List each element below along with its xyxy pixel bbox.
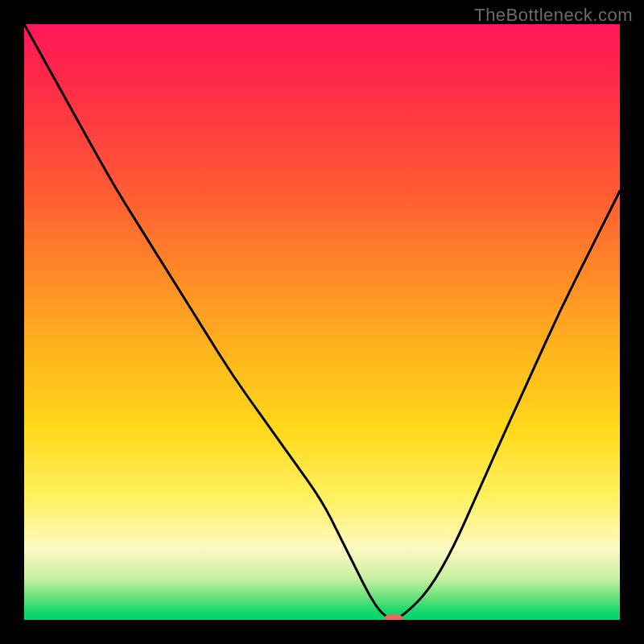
watermark-text: TheBottleneck.com bbox=[474, 5, 633, 26]
optimum-point-marker bbox=[384, 614, 403, 620]
curve-path bbox=[24, 24, 620, 618]
bottleneck-curve bbox=[24, 24, 620, 620]
chart-frame: TheBottleneck.com bbox=[0, 0, 644, 644]
plot-area bbox=[24, 24, 620, 620]
